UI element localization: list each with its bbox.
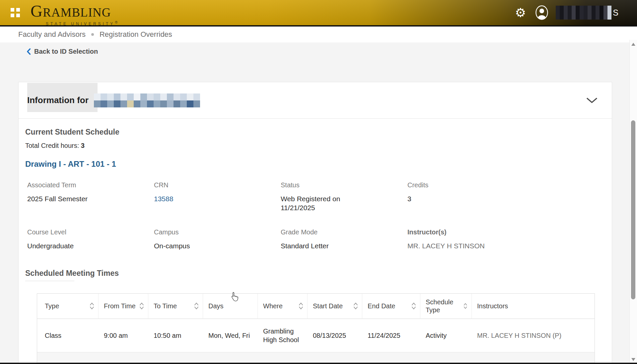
redacted-block: [580, 6, 584, 20]
redacted-block: [107, 100, 114, 107]
window-bottom-edge: [0, 363, 637, 364]
column-label: Type: [45, 302, 59, 310]
information-panel-header[interactable]: Information for: [19, 82, 612, 119]
table-footer-strip: [37, 352, 595, 364]
header-actions: ⚙ S: [515, 0, 618, 25]
course-detail-fields: Associated Term2025 Fall SemesterCRN1358…: [27, 181, 612, 250]
redacted-block: [174, 100, 180, 107]
course-title-link[interactable]: Drawing I - ART - 101 - 1: [25, 159, 612, 169]
redacted-block: [603, 6, 607, 20]
meeting-time-row: Class9:00 am10:50 amMon, Wed, FriGrambli…: [37, 319, 595, 352]
redacted-block: [560, 6, 564, 20]
column-header-type[interactable]: Type: [37, 294, 99, 319]
course-field: Course LevelUndergraduate: [27, 228, 154, 250]
logo-subtitle: STATE UNIVERSITY®: [46, 20, 119, 26]
redacted-block: [127, 93, 134, 100]
redacted-block: [94, 93, 101, 100]
panel-title: Information for: [27, 95, 89, 105]
redacted-block: [140, 100, 147, 107]
meeting-cell: Activity: [420, 319, 472, 352]
redacted-username: [556, 6, 611, 20]
field-label: Credits: [407, 181, 534, 189]
column-label: End Date: [368, 302, 395, 310]
column-label: Days: [208, 302, 224, 310]
redacted-row: [94, 100, 200, 107]
meeting-cell: 10:50 am: [148, 319, 203, 352]
column-header-end-date[interactable]: End Date: [362, 294, 420, 319]
column-label: From Time: [104, 302, 136, 310]
meeting-instructors-cell: MR. LACEY H STINSON (P): [472, 319, 595, 352]
field-label: Campus: [154, 228, 281, 236]
redacted-block: [134, 93, 140, 100]
sort-icon[interactable]: [90, 302, 94, 310]
university-logo: GRAMBLING STATE UNIVERSITY®: [31, 2, 119, 26]
redacted-block: [94, 100, 101, 107]
breadcrumb-item[interactable]: Faculty and Advisors: [18, 30, 86, 39]
meeting-times-heading: Scheduled Meeting Times: [25, 269, 612, 278]
column-header-start-date[interactable]: Start Date: [308, 294, 362, 319]
column-label: Where: [263, 302, 283, 310]
redacted-block: [134, 100, 140, 107]
scrollbar-down-arrow-icon[interactable]: [631, 358, 635, 361]
sort-icon[interactable]: [299, 302, 303, 310]
sort-icon[interactable]: [353, 302, 358, 310]
meeting-cell: Mon, Wed, Fri: [203, 319, 258, 352]
meeting-cell: 9:00 am: [99, 319, 148, 352]
redacted-block: [120, 93, 127, 100]
current-schedule-heading: Current Student Schedule: [25, 128, 612, 137]
chevron-down-icon[interactable]: [586, 97, 598, 104]
crn-link[interactable]: 13588: [154, 194, 281, 203]
column-header-to-time[interactable]: To Time: [148, 294, 203, 319]
breadcrumb: Faculty and AdvisorsRegistration Overrid…: [0, 27, 637, 42]
redacted-block: [596, 6, 600, 20]
course-field: Grade ModeStandard Letter: [281, 228, 407, 250]
redacted-student-name: [94, 93, 200, 107]
back-to-id-selection-link[interactable]: Back to ID Selection: [27, 47, 637, 55]
redacted-block: [576, 6, 580, 20]
field-label: CRN: [154, 181, 281, 189]
redacted-block: [147, 100, 154, 107]
column-label: To Time: [154, 302, 177, 310]
redacted-row: [94, 93, 200, 100]
sort-icon[interactable]: [194, 302, 199, 310]
course-field: StatusWeb Registered on 11/21/2025: [281, 181, 407, 212]
sort-icon[interactable]: [139, 302, 144, 310]
redacted-block: [114, 93, 120, 100]
redacted-block: [167, 100, 174, 107]
column-header-schedule-type[interactable]: Schedule Type: [420, 294, 472, 319]
column-header-where[interactable]: Where: [258, 294, 308, 319]
total-credit-hours-value: 3: [81, 142, 85, 149]
column-header-from-time[interactable]: From Time: [99, 294, 148, 319]
sort-icon[interactable]: [411, 302, 416, 310]
page-content: Back to ID Selection Information for Cur…: [0, 47, 637, 364]
redacted-block: [114, 100, 120, 107]
course-field: Credits3: [407, 181, 534, 212]
redacted-block: [564, 6, 568, 20]
redacted-block: [120, 100, 127, 107]
app-menu-grid-icon[interactable]: [11, 8, 20, 17]
breadcrumb-separator: [91, 33, 94, 36]
redacted-block: [101, 93, 107, 100]
heading-underline: [25, 281, 74, 281]
meeting-times-table: TypeFrom TimeTo TimeDaysWhereStart DateE…: [37, 293, 595, 364]
field-value: Web Registered on 11/21/2025: [281, 194, 354, 212]
field-value: On-campus: [154, 241, 281, 250]
course-field: CampusOn-campus: [154, 228, 281, 250]
course-field: CRN13588: [154, 181, 281, 212]
sort-icon[interactable]: [463, 302, 467, 310]
vertical-scrollbar[interactable]: [629, 40, 637, 364]
redacted-block: [127, 100, 134, 107]
field-label: Course Level: [27, 228, 154, 236]
user-avatar-icon[interactable]: [535, 5, 548, 21]
meeting-cell: 11/24/2025: [362, 319, 420, 352]
settings-gear-icon[interactable]: ⚙: [515, 7, 526, 19]
logo-wordmark: GRAMBLING: [31, 2, 119, 20]
scrollbar-up-arrow-icon[interactable]: [631, 43, 635, 46]
redacted-block: [140, 93, 147, 100]
redacted-block: [193, 100, 200, 107]
redacted-block: [180, 100, 187, 107]
course-field: Associated Term2025 Fall Semester: [27, 181, 154, 212]
scrollbar-thumb[interactable]: [631, 120, 635, 299]
table-footer-cell: [37, 352, 595, 364]
redacted-block: [556, 6, 560, 20]
